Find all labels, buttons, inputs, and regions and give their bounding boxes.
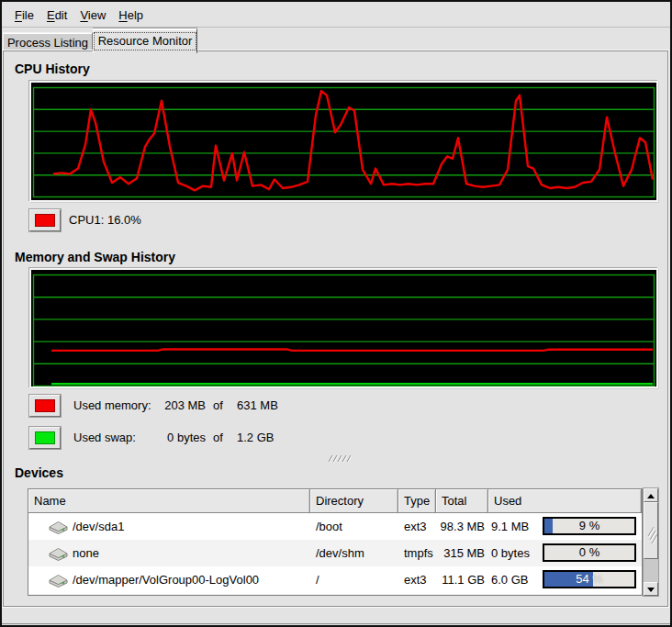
devices-scrollbar[interactable] <box>644 488 658 596</box>
memory-history-chart <box>31 270 656 386</box>
harddisk-icon <box>49 572 68 588</box>
used-swap-label: Used swap: <box>73 429 136 447</box>
harddisk-icon <box>49 519 68 534</box>
device-name: /dev/sda1 <box>73 513 124 540</box>
arrow-down-icon <box>647 588 655 592</box>
window-body: FileEditViewHelp Process Listing Resourc… <box>2 2 670 625</box>
used-swap-value: 0 bytes <box>158 429 206 447</box>
used-memory-total: 631 MB <box>237 397 278 415</box>
tab-resource-monitor-label: Resource Monitor <box>94 32 197 50</box>
cpu1-color-swatch <box>35 214 55 227</box>
cpu-history-title: CPU History <box>15 62 90 76</box>
memory-history-graph <box>29 268 658 388</box>
column-header-type[interactable]: Type <box>398 489 436 513</box>
device-name: /dev/mapper/VolGroup00-LogVol00 <box>73 566 259 593</box>
resource-monitor-page: CPU History CPU1: 16.0% Memory and Swap … <box>2 2 670 625</box>
devices-table: NameDirectoryTypeTotalUsed /dev/sda1/boo… <box>28 488 643 596</box>
device-used: 0 bytes <box>491 540 530 566</box>
pane-resize-grip[interactable] <box>328 454 355 464</box>
scrollbar-up-button[interactable] <box>644 488 658 502</box>
column-header-used[interactable]: Used <box>488 489 642 513</box>
window: FileEditViewHelp Process Listing Resourc… <box>0 0 672 627</box>
column-header-directory[interactable]: Directory <box>310 489 398 513</box>
cpu1-color-button[interactable] <box>29 209 61 231</box>
scrollbar-thumb-grip-icon <box>644 503 657 558</box>
scrollbar-thumb[interactable] <box>644 502 658 559</box>
device-total: 11.1 GB <box>436 566 485 593</box>
used-memory-color-swatch <box>35 399 55 412</box>
harddisk-icon <box>49 545 68 561</box>
used-swap-total: 1.2 GB <box>237 429 274 447</box>
tab-resource-monitor[interactable]: Resource Monitor <box>93 28 197 53</box>
device-directory: /boot <box>316 513 342 540</box>
device-used: 9.1 MB <box>491 513 529 540</box>
used-swap-of: of <box>213 429 223 447</box>
scrollbar-trough[interactable] <box>644 559 658 581</box>
device-directory: /dev/shm <box>316 540 364 566</box>
device-total: 98.3 MB <box>436 513 485 540</box>
devices-table-header: NameDirectoryTypeTotalUsed <box>28 489 642 513</box>
cpu1-legend-label: CPU1: 16.0% <box>69 211 141 230</box>
memory-history-title: Memory and Swap History <box>15 250 175 264</box>
column-header-total[interactable]: Total <box>436 489 488 513</box>
used-memory-color-button[interactable] <box>29 395 61 417</box>
device-row[interactable]: /dev/mapper/VolGroup00-LogVol00/ext311.1… <box>28 566 642 593</box>
device-used-bar: 9 % <box>543 517 636 535</box>
used-memory-of: of <box>213 397 223 415</box>
device-used-bar: 0 % <box>543 543 636 562</box>
used-memory-value: 203 MB <box>158 397 206 415</box>
used-swap-color-swatch <box>35 431 55 444</box>
device-used-bar-label: 9 % <box>544 519 634 533</box>
scrollbar-down-button[interactable] <box>644 582 658 596</box>
cpu-history-graph <box>29 81 658 202</box>
status-bar <box>2 609 670 624</box>
device-type: ext3 <box>404 566 427 593</box>
devices-title: Devices <box>15 465 63 480</box>
device-used-bar-label: 54 % <box>544 572 634 587</box>
used-memory-label: Used memory: <box>73 397 151 415</box>
device-used: 6.0 GB <box>491 566 528 593</box>
arrow-up-icon <box>647 494 655 498</box>
device-used-bar: 54 % <box>543 570 636 588</box>
cpu-history-chart <box>31 83 656 200</box>
device-directory: / <box>316 566 319 593</box>
device-row[interactable]: /dev/sda1/bootext398.3 MB9.1 MB9 % <box>28 513 642 540</box>
device-type: tmpfs <box>404 540 433 566</box>
used-swap-color-button[interactable] <box>29 427 61 449</box>
device-type: ext3 <box>404 513 427 540</box>
device-total: 315 MB <box>436 540 485 566</box>
column-header-name[interactable]: Name <box>28 489 310 513</box>
device-used-bar-label: 0 % <box>544 545 634 560</box>
device-name: none <box>73 540 99 566</box>
device-row[interactable]: none/dev/shmtmpfs315 MB0 bytes0 % <box>28 540 642 566</box>
